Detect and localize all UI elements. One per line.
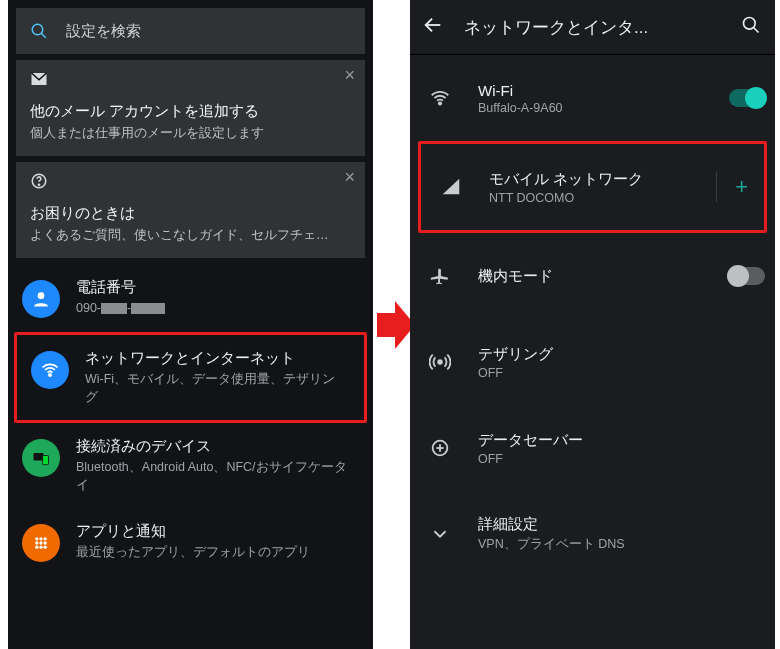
network-item-mobile[interactable]: モバイル ネットワーク NTT DOCOMO + xyxy=(421,144,764,230)
svg-point-15 xyxy=(44,541,47,544)
network-item-data-saver[interactable]: データセーバー OFF xyxy=(410,405,775,491)
tutorial-highlight: モバイル ネットワーク NTT DOCOMO + xyxy=(418,141,767,233)
account-icon xyxy=(22,280,60,318)
search-icon[interactable] xyxy=(741,15,763,39)
svg-line-22 xyxy=(754,28,759,33)
card-title: 他のメール アカウントを追加する xyxy=(30,102,351,121)
svg-point-11 xyxy=(39,537,42,540)
item-sub: OFF xyxy=(478,366,765,380)
wifi-toggle[interactable] xyxy=(729,89,765,107)
svg-rect-7 xyxy=(34,453,44,461)
card-sub: 個人または仕事用のメールを設定します xyxy=(30,125,351,142)
item-title: モバイル ネットワーク xyxy=(489,170,708,189)
data-saver-icon xyxy=(426,437,454,459)
item-title: 機内モード xyxy=(478,267,721,286)
row-sub: 090-- xyxy=(76,300,357,318)
item-title: データセーバー xyxy=(478,431,765,450)
svg-point-23 xyxy=(439,102,441,104)
apps-icon xyxy=(22,524,60,562)
svg-point-14 xyxy=(39,541,42,544)
item-title: Wi-Fi xyxy=(478,82,721,99)
svg-point-0 xyxy=(32,24,43,35)
svg-point-13 xyxy=(35,541,38,544)
svg-rect-8 xyxy=(43,456,49,465)
item-sub: NTT DOCOMO xyxy=(489,191,708,205)
close-icon[interactable]: × xyxy=(344,66,355,84)
network-item-advanced[interactable]: 詳細設定 VPN、プライベート DNS xyxy=(410,491,775,577)
svg-point-16 xyxy=(35,546,38,549)
airplane-icon xyxy=(426,265,454,287)
airplane-toggle[interactable] xyxy=(729,267,765,285)
svg-point-4 xyxy=(38,184,39,185)
settings-row-network-internet[interactable]: ネットワークとインターネット Wi-Fi、モバイル、データ使用量、テザリング xyxy=(17,335,364,420)
network-item-airplane[interactable]: 機内モード xyxy=(410,233,775,319)
item-sub: OFF xyxy=(478,452,765,466)
redacted-segment xyxy=(101,303,127,314)
card-sub: よくあるご質問、使いこなしガイド、セルフチェ… xyxy=(30,227,351,244)
svg-point-17 xyxy=(39,546,42,549)
search-settings-field[interactable]: 設定を検索 xyxy=(16,8,365,54)
card-title: お困りのときは xyxy=(30,204,351,223)
settings-row-apps-notifications[interactable]: アプリと通知 最近使ったアプリ、デフォルトのアプリ xyxy=(8,508,373,576)
close-icon[interactable]: × xyxy=(344,168,355,186)
help-icon xyxy=(30,172,351,194)
devices-icon xyxy=(22,439,60,477)
suggestion-help-card[interactable]: × お困りのときは よくあるご質問、使いこなしガイド、セルフチェ… xyxy=(16,162,365,258)
gmail-icon xyxy=(30,70,351,92)
row-sub: Bluetooth、Android Auto、NFC/おサイフケータイ xyxy=(76,459,357,494)
item-title: テザリング xyxy=(478,345,765,364)
row-title: アプリと通知 xyxy=(76,522,357,541)
settings-row-phone-number[interactable]: 電話番号 090-- xyxy=(8,264,373,332)
search-icon xyxy=(30,22,48,40)
page-title: ネットワークとインタ... xyxy=(464,16,733,39)
network-item-wifi[interactable]: Wi-Fi Buffalo-A-9A60 xyxy=(410,55,775,141)
back-arrow-icon[interactable] xyxy=(422,14,446,40)
search-placeholder: 設定を検索 xyxy=(66,22,141,41)
svg-line-1 xyxy=(41,33,46,38)
redacted-segment xyxy=(131,303,165,314)
svg-point-18 xyxy=(44,546,47,549)
wifi-icon xyxy=(426,87,454,109)
row-title: 接続済みのデバイス xyxy=(76,437,357,456)
svg-point-5 xyxy=(38,292,45,299)
app-bar: ネットワークとインタ... xyxy=(410,0,775,55)
settings-root-screen: 設定を検索 × 他のメール アカウントを追加する 個人または仕事用のメールを設定… xyxy=(8,0,373,649)
divider xyxy=(716,172,717,202)
item-sub: Buffalo-A-9A60 xyxy=(478,101,721,115)
svg-point-6 xyxy=(49,374,51,376)
chevron-down-icon xyxy=(426,523,454,545)
network-settings-screen: ネットワークとインタ... Wi-Fi Buffalo-A-9A60 モバイル … xyxy=(410,0,775,649)
item-title: 詳細設定 xyxy=(478,515,765,534)
suggestion-add-email-card[interactable]: × 他のメール アカウントを追加する 個人または仕事用のメールを設定します xyxy=(16,60,365,156)
tutorial-highlight: ネットワークとインターネット Wi-Fi、モバイル、データ使用量、テザリング xyxy=(14,332,367,423)
svg-point-10 xyxy=(35,537,38,540)
wifi-icon xyxy=(31,351,69,389)
svg-marker-24 xyxy=(443,179,460,195)
settings-row-connected-devices[interactable]: 接続済みのデバイス Bluetooth、Android Auto、NFC/おサイ… xyxy=(8,423,373,508)
svg-point-12 xyxy=(44,537,47,540)
add-network-button[interactable]: + xyxy=(729,174,754,200)
row-sub: Wi-Fi、モバイル、データ使用量、テザリング xyxy=(85,371,348,406)
svg-point-21 xyxy=(744,18,756,30)
svg-point-25 xyxy=(438,360,442,364)
item-sub: VPN、プライベート DNS xyxy=(478,536,765,553)
hotspot-icon xyxy=(426,351,454,373)
row-title: 電話番号 xyxy=(76,278,357,297)
cellular-icon xyxy=(437,176,465,198)
row-sub: 最近使ったアプリ、デフォルトのアプリ xyxy=(76,544,357,562)
network-item-tethering[interactable]: テザリング OFF xyxy=(410,319,775,405)
row-title: ネットワークとインターネット xyxy=(85,349,348,368)
